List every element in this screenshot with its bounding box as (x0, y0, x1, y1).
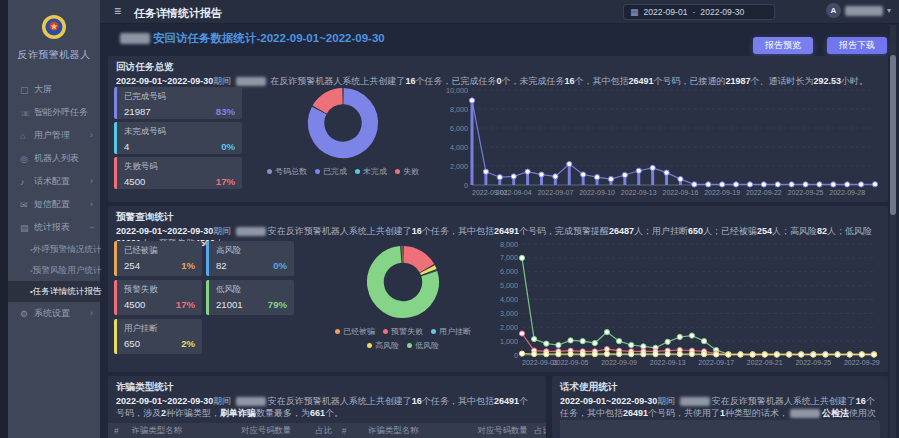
data-point (726, 352, 731, 357)
legend-item[interactable]: 失败 (395, 166, 419, 177)
data-point (580, 352, 585, 357)
report-preview-button[interactable]: 报告预览 (753, 37, 813, 54)
legend-label: 高风险 (375, 340, 399, 351)
overview-panel: 回访任务总览 2022-09-01~2022-09-30期间 在反诈预警机器人系… (108, 56, 888, 202)
stat-card-label: 未完成号码 (124, 126, 235, 137)
donut-slice-预警失败 (404, 254, 427, 268)
data-point (556, 352, 561, 357)
svg-text:2022-09-16: 2022-09-16 (663, 189, 699, 196)
table-col-header: 诈骗类型名称 (126, 425, 236, 436)
sms-icon: ✉ (20, 200, 34, 210)
svg-text:7,000: 7,000 (500, 253, 518, 262)
sidebar-item-0[interactable]: ▢大屏 (8, 78, 100, 101)
data-point (701, 339, 706, 344)
data-point (525, 169, 530, 174)
legend-item[interactable]: 低风险 (407, 340, 439, 351)
topbar: ≡ 任务详情统计报告 ▦ 2022-09-01 - 2022-09-30 A ▾ (100, 0, 899, 24)
sidebar-item-3[interactable]: ◎机器人列表 (8, 147, 100, 170)
app-window: 反诈预警机器人 ▢大屏☏智能外呼任务⌂用户管理›◎机器人列表♪话术配置›✉短信配… (0, 0, 899, 438)
svg-text:10,000: 10,000 (446, 86, 468, 95)
data-point (553, 174, 558, 179)
data-point (811, 352, 816, 357)
svg-text:2022-09-22: 2022-09-22 (746, 189, 782, 196)
report-download-button[interactable]: 报告下载 (827, 37, 887, 54)
table-col-header: # (108, 426, 126, 436)
data-point (871, 352, 876, 357)
sidebar-item-label: 大屏 (34, 83, 52, 96)
sidebar-item-label: 统计报表 (34, 221, 70, 234)
legend-item[interactable]: 高风险 (367, 340, 399, 351)
data-point (539, 172, 544, 177)
svg-text:2022-09-28: 2022-09-28 (829, 189, 865, 196)
sidebar-item-4[interactable]: ♪话术配置› (8, 170, 100, 193)
chevron-down-icon: ▾ (887, 6, 891, 15)
scrollbar-thumb[interactable] (890, 55, 896, 215)
legend-item[interactable]: 已经被骗 (335, 326, 375, 337)
table-col-header: # (336, 426, 362, 436)
data-point (592, 352, 597, 357)
svg-text:2022-09-29: 2022-09-29 (844, 359, 880, 366)
data-point (653, 352, 658, 357)
svg-text:2022-09-04: 2022-09-04 (496, 189, 532, 196)
legend-label: 低风险 (415, 340, 439, 351)
data-point (738, 352, 743, 357)
date-end[interactable]: 2022-09-30 (700, 7, 744, 17)
svg-text:4,000: 4,000 (450, 143, 468, 152)
sidebar-item-2[interactable]: ⌂用户管理› (8, 124, 100, 147)
data-point (617, 351, 622, 356)
warning-panel: 预警查询统计 2022-09-01~2022-09-30期间 安在反诈预警机器人… (108, 206, 888, 372)
sidebar-menu: ▢大屏☏智能外呼任务⌂用户管理›◎机器人列表♪话术配置›✉短信配置›▤统计报表›… (8, 78, 100, 325)
legend-label: 失败 (403, 166, 419, 177)
data-point (608, 177, 613, 182)
avatar: A (826, 3, 841, 18)
date-range-picker[interactable]: ▦ 2022-09-01 - 2022-09-30 (623, 4, 775, 20)
data-point (823, 352, 828, 357)
date-start[interactable]: 2022-09-01 (644, 7, 688, 17)
legend-item[interactable]: 预警失败 (383, 326, 423, 337)
stat-card-label: 高风险 (216, 245, 287, 256)
legend-label: 号码总数 (275, 166, 307, 177)
stat-card: 低风险2100179% (206, 280, 294, 315)
svg-text:2022-09-10: 2022-09-10 (579, 189, 615, 196)
page-header-title: 任务详情统计报告 (134, 6, 222, 21)
legend-dot-icon (267, 169, 272, 174)
stat-card-value: 4500 (124, 176, 145, 187)
data-point (664, 170, 669, 175)
warning-line-chart: 01,0002,0003,0004,0005,0006,0007,0008,00… (488, 238, 882, 368)
stat-card-label: 已经被骗 (124, 245, 195, 256)
data-point (592, 340, 597, 345)
app-name: 反诈预警机器人 (8, 48, 100, 62)
data-point (641, 344, 646, 349)
script-usage-title: 话术使用统计 (560, 381, 618, 394)
data-point (617, 339, 622, 344)
svg-text:2022-09-25: 2022-09-25 (795, 359, 831, 366)
sidebar-subitem-label: 任务详情统计报告 (33, 286, 102, 298)
data-point (604, 351, 609, 356)
data-point (556, 342, 561, 347)
data-point (677, 351, 682, 356)
legend-dot-icon (407, 343, 412, 348)
sidebar-subitem-2[interactable]: •任务详情统计报告 (8, 281, 100, 302)
sidebar-item-6[interactable]: ▤统计报表› (8, 216, 100, 239)
legend-item[interactable]: 号码总数 (267, 166, 307, 177)
sidebar-subitem-1[interactable]: •预警风险用户统计 (8, 260, 100, 281)
sidebar-item-label: 智能外呼任务 (34, 106, 88, 119)
warning-title: 预警查询统计 (116, 211, 174, 224)
sidebar-subitem-0[interactable]: •外呼预警情况统计 (8, 239, 100, 260)
legend-item[interactable]: 已完成 (315, 166, 347, 177)
redacted-text (790, 409, 820, 418)
legend-item[interactable]: 未完成 (355, 166, 387, 177)
table-col-header: 对应号码数量 (235, 425, 309, 436)
overview-donut-legend: 号码总数已完成未完成失败 (267, 166, 419, 177)
user-menu[interactable]: A ▾ (826, 3, 891, 18)
sidebar-item-5[interactable]: ✉短信配置› (8, 193, 100, 216)
sidebar-item-1[interactable]: ☏智能外呼任务 (8, 101, 100, 124)
menu-toggle-icon[interactable]: ≡ (114, 4, 121, 18)
data-point (629, 352, 634, 357)
line-chart-svg: 01,0002,0003,0004,0005,0006,0007,0008,00… (488, 238, 882, 368)
sidebar-item-7[interactable]: ⚙系统设置› (8, 302, 100, 325)
svg-text:6,000: 6,000 (450, 124, 468, 133)
data-point (622, 172, 627, 177)
legend-item[interactable]: 用户挂断 (431, 326, 471, 337)
svg-text:8,000: 8,000 (450, 105, 468, 114)
